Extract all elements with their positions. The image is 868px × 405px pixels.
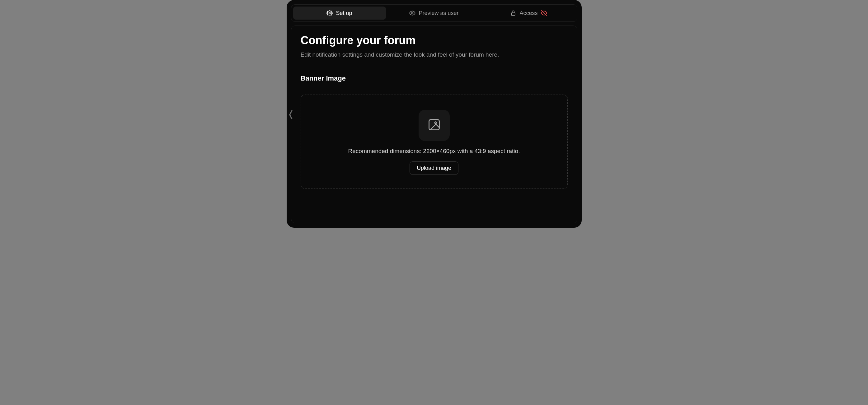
image-icon — [427, 118, 441, 133]
gear-icon — [327, 10, 333, 16]
svg-point-1 — [412, 12, 413, 14]
lock-icon — [510, 10, 516, 16]
page-title: Configure your forum — [301, 34, 568, 47]
image-placeholder — [418, 110, 450, 141]
tab-label: Access — [520, 10, 537, 16]
section-divider — [301, 87, 568, 87]
tab-label: Set up — [336, 10, 352, 16]
svg-point-5 — [434, 122, 436, 124]
recommended-dimensions-text: Recommended dimensions: 2200×460px with … — [348, 148, 520, 155]
eye-slash-icon — [541, 10, 547, 16]
svg-rect-4 — [429, 120, 439, 130]
tab-access[interactable]: Access — [483, 6, 575, 20]
tab-setup[interactable]: Set up — [293, 6, 386, 20]
svg-rect-2 — [512, 13, 516, 15]
tab-preview[interactable]: Preview as user — [388, 6, 480, 20]
app-window: ❬ Set up Preview as user — [287, 0, 582, 228]
tab-bar: Set up Preview as user Access — [291, 4, 577, 22]
banner-upload-box[interactable]: Recommended dimensions: 2200×460px with … — [301, 95, 568, 189]
eye-icon — [409, 10, 415, 16]
banner-section-title: Banner Image — [301, 74, 568, 82]
page-subtitle: Edit notification settings and customize… — [301, 51, 568, 58]
content-area: Configure your forum Edit notification s… — [291, 26, 577, 223]
tab-label: Preview as user — [418, 10, 459, 16]
upload-image-button[interactable]: Upload image — [409, 162, 459, 175]
svg-point-0 — [329, 12, 331, 14]
